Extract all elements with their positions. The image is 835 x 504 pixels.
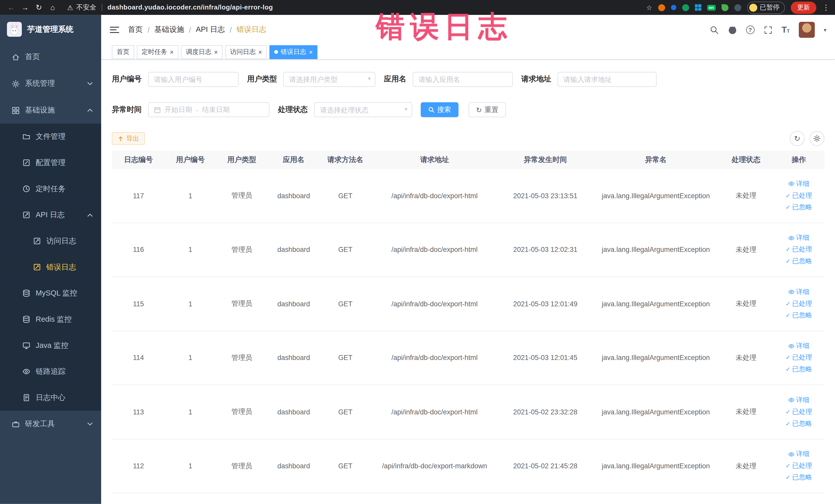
sidebar-item-mysql-monitor[interactable]: MySQL 监控 <box>0 280 101 306</box>
processed-link[interactable]: ✓已处理 <box>786 245 812 254</box>
bookmark-star-icon[interactable]: ☆ <box>646 3 652 11</box>
browser-back-button[interactable]: ← <box>5 2 17 13</box>
security-chip[interactable]: ⚠ 不安全 <box>67 3 96 12</box>
check-icon: ✓ <box>786 354 790 361</box>
request-url-input[interactable] <box>557 72 657 87</box>
extension-icon-green-circle[interactable] <box>682 4 689 11</box>
sidebar-item-file-management[interactable]: 文件管理 <box>0 123 101 150</box>
sidebar-item-label: 配置管理 <box>36 158 65 167</box>
browser-reload-button[interactable]: ↻ <box>33 2 45 13</box>
github-icon[interactable] <box>728 25 737 35</box>
address-bar[interactable]: dashboard.yudao.iocoder.cn/infra/log/api… <box>107 4 273 11</box>
cell-url: /api/infra/db-doc/export-html <box>371 300 498 308</box>
tab-home[interactable]: 首页 <box>112 45 134 59</box>
extension-icon-leaf[interactable] <box>721 4 728 11</box>
detail-link[interactable]: 详细 <box>788 287 809 297</box>
browser-menu-icon[interactable]: ⋮ <box>822 3 830 12</box>
extension-icon-on-badge[interactable]: on <box>707 5 716 11</box>
reset-button[interactable]: ↻ 重置 <box>469 102 506 117</box>
breadcrumb-item-api-log[interactable]: API 日志 <box>196 25 225 35</box>
exception-time-range-picker[interactable]: 开始日期 - 结束日期 <box>148 102 269 117</box>
processed-link[interactable]: ✓已处理 <box>786 191 812 200</box>
detail-link[interactable]: 详细 <box>788 396 809 405</box>
sidebar-item-home[interactable]: 首页 <box>0 44 101 70</box>
sidebar-item-infrastructure[interactable]: 基础设施 <box>0 97 101 124</box>
extension-icon-dark[interactable] <box>734 4 741 11</box>
sidebar-item-label: 基础设施 <box>25 105 55 115</box>
detail-link[interactable]: 详细 <box>788 449 809 459</box>
breadcrumb-item-home[interactable]: 首页 <box>128 25 143 35</box>
ignored-link[interactable]: ✓已忽略 <box>786 311 812 320</box>
eye-icon <box>788 181 794 187</box>
sidebar-item-api-log[interactable]: API 日志 <box>0 202 101 228</box>
cell-exception: java.lang.IllegalArgumentException <box>593 191 719 200</box>
process-status-select[interactable] <box>314 102 412 117</box>
sidebar-item-cron-jobs[interactable]: 定时任务 <box>0 176 101 202</box>
user-avatar[interactable] <box>799 22 815 38</box>
processed-link[interactable]: ✓已处理 <box>786 461 812 470</box>
processed-link[interactable]: ✓已处理 <box>786 299 812 308</box>
user-type-select[interactable] <box>283 72 375 87</box>
java-icon <box>22 341 30 349</box>
column-settings-button[interactable] <box>809 131 824 146</box>
refresh-table-button[interactable]: ↻ <box>790 131 805 146</box>
check-icon: ✓ <box>786 408 790 416</box>
export-button[interactable]: 导出 <box>112 132 145 145</box>
detail-link[interactable]: 详细 <box>788 234 809 242</box>
extension-icon-blue[interactable] <box>671 5 676 10</box>
sidebar-item-log-center[interactable]: 日志中心 <box>0 385 101 411</box>
breadcrumb-item-infrastructure[interactable]: 基础设施 <box>154 25 184 35</box>
ignored-link[interactable]: ✓已忽略 <box>786 419 812 428</box>
cell-log-id: 117 <box>112 191 165 200</box>
browser-update-button[interactable]: 更新 <box>791 1 816 14</box>
cell-exception: java.lang.IllegalArgumentException <box>593 354 719 362</box>
extension-icon-orange[interactable] <box>658 4 665 11</box>
ignored-link[interactable]: ✓已忽略 <box>786 473 812 482</box>
tab-access-log[interactable]: 访问日志 × <box>225 45 267 59</box>
tab-label: 定时任务 <box>142 47 167 57</box>
start-date-placeholder: 开始日期 <box>165 105 192 115</box>
annotation-overlay: 错误日志 <box>376 7 512 46</box>
sidebar-item-redis-monitor[interactable]: Redis 监控 <box>0 306 101 332</box>
user-id-input[interactable] <box>148 72 239 87</box>
sidebar-item-error-log[interactable]: 错误日志 <box>0 254 101 280</box>
detail-link[interactable]: 详细 <box>788 341 809 350</box>
chevron-down-icon: ▾ <box>405 106 407 112</box>
font-size-icon[interactable]: TT <box>781 25 790 35</box>
extension-icon-grid[interactable] <box>695 4 701 11</box>
processed-link[interactable]: ✓已处理 <box>786 353 812 362</box>
app-name-input[interactable] <box>413 72 513 87</box>
close-icon[interactable]: × <box>170 48 174 56</box>
chevron-down-icon <box>87 422 93 425</box>
sidebar-item-access-log[interactable]: 访问日志 <box>0 228 101 254</box>
sidebar-item-java-monitor[interactable]: Java 监控 <box>0 332 101 359</box>
table-header-row: 日志编号 用户编号 用户类型 应用名 请求方法名 请求地址 异常发生时间 异常名… <box>112 151 824 169</box>
help-icon[interactable]: ? <box>746 26 754 34</box>
sidebar-item-config-management[interactable]: 配置管理 <box>0 150 101 176</box>
home-icon <box>12 53 20 61</box>
tab-cron-jobs[interactable]: 定时任务 × <box>137 45 178 59</box>
cell-status: 未处理 <box>719 191 773 200</box>
profile-paused-chip[interactable]: 已暂停 <box>747 1 785 14</box>
avatar-caret-icon[interactable]: ▾ <box>824 27 826 33</box>
sidebar-item-devtools[interactable]: 研发工具 <box>0 411 101 438</box>
close-icon[interactable]: × <box>309 48 313 56</box>
ignored-link[interactable]: ✓已忽略 <box>786 257 812 266</box>
browser-forward-button[interactable]: → <box>19 2 31 13</box>
hamburger-icon[interactable] <box>109 26 119 34</box>
sidebar-item-link-tracing[interactable]: 链路追踪 <box>0 358 101 385</box>
search-icon[interactable] <box>710 25 719 35</box>
ignored-link[interactable]: ✓已忽略 <box>786 365 812 374</box>
cell-actions: 详细 ✓已处理 ✓已忽略 <box>773 180 824 212</box>
detail-link[interactable]: 详细 <box>788 180 809 188</box>
tab-schedule-log[interactable]: 调度日志 × <box>181 45 223 59</box>
processed-link[interactable]: ✓已处理 <box>786 407 812 417</box>
close-icon[interactable]: × <box>258 48 262 56</box>
sidebar-item-system-management[interactable]: 系统管理 <box>0 70 101 97</box>
tab-error-log[interactable]: 错误日志 × <box>269 45 318 59</box>
close-icon[interactable]: × <box>214 48 218 56</box>
ignored-link[interactable]: ✓已忽略 <box>786 203 812 212</box>
search-button[interactable]: 搜索 <box>421 102 459 117</box>
fullscreen-icon[interactable] <box>763 25 772 35</box>
browser-home-button[interactable]: ⌂ <box>47 2 59 13</box>
